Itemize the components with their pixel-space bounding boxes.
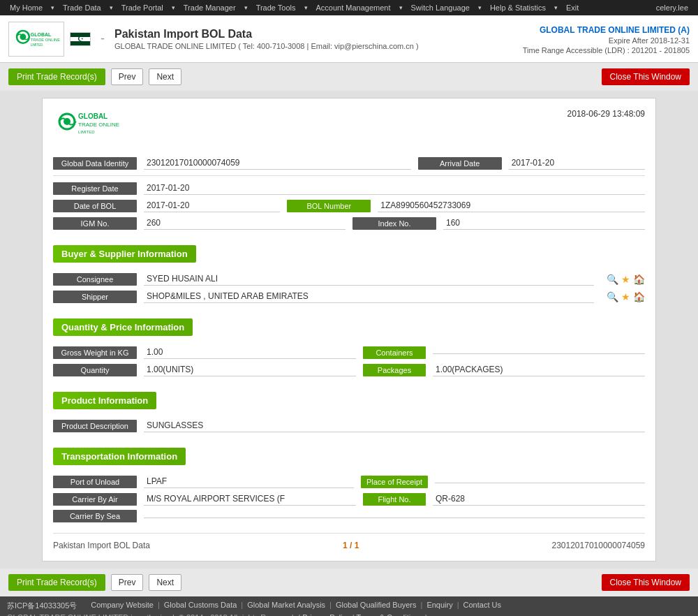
nav-helpstats[interactable]: Help & Statistics	[486, 0, 550, 15]
shipper-label: Shipper	[53, 291, 137, 303]
consignee-label: Consignee	[53, 273, 137, 286]
svg-text:GLOBAL: GLOBAL	[31, 31, 52, 36]
nav-exit[interactable]: Exit	[562, 0, 583, 15]
carrier-air-label: Carrier By Air	[53, 493, 137, 506]
global-data-identity-row: Global Data Identity 2301201701000007405…	[53, 156, 645, 170]
shipper-star-icon[interactable]: ★	[621, 291, 630, 302]
record-logo: GLOBAL TRADE ONLINE LIMITED	[53, 109, 137, 146]
footer-enquiry[interactable]: Enquiry	[426, 601, 452, 611]
print-button-bottom[interactable]: Print Trade Record(s)	[8, 574, 105, 591]
consignee-row: Consignee SYED HUSAIN ALI 🔍 ★ 🏠	[53, 272, 645, 286]
header-title-area: Pakistan Import BOL Data GLOBAL TRADE ON…	[114, 28, 419, 50]
index-value: 160	[443, 217, 645, 230]
register-date-row: Register Date 2017-01-20	[53, 182, 645, 195]
record-date: 2018-06-29 13:48:09	[567, 109, 645, 119]
footer-global-qualified[interactable]: Global Qualified Buyers	[336, 601, 417, 611]
copyright-text: GLOBAL TRADE ONLINE LIMITED is authorize…	[7, 613, 295, 616]
shipper-search-icon[interactable]: 🔍	[607, 291, 618, 302]
consignee-value: SYED HUSAIN ALI	[144, 272, 594, 286]
product-desc-value: SUNGLASSES	[144, 419, 645, 432]
index-label: Index No.	[352, 217, 436, 230]
packages-value: 1.00(PACKAGES)	[433, 363, 645, 376]
nav-tradetools[interactable]: Trade Tools	[252, 0, 300, 15]
consignee-star-icon[interactable]: ★	[621, 274, 630, 285]
shipper-home-icon[interactable]: 🏠	[633, 291, 645, 302]
header-subtitle: GLOBAL TRADE ONLINE LIMITED ( Tel: 400-7…	[114, 42, 419, 50]
main-content: GLOBAL TRADE ONLINE LIMITED 2018-06-29 1…	[0, 91, 698, 569]
register-date-label: Register Date	[53, 182, 137, 195]
nav-myhome[interactable]: My Home	[6, 0, 47, 15]
global-data-identity-label: Global Data Identity	[53, 157, 137, 170]
date-of-bol-label: Date of BOL	[53, 200, 137, 212]
consignee-search-icon[interactable]: 🔍	[607, 274, 618, 285]
quantity-value: 1.00(UNITS)	[144, 363, 356, 376]
igm-value: 260	[144, 217, 346, 230]
quantity-row: Quantity 1.00(UNITS) Packages 1.00(PACKA…	[53, 363, 645, 376]
privacy-policy-link[interactable]: Privacy Policy	[302, 613, 350, 616]
nav-tradedata[interactable]: Trade Data	[59, 0, 105, 15]
bol-number-label: BOL Number	[287, 200, 371, 212]
shipper-actions: 🔍 ★ 🏠	[607, 291, 645, 302]
username: celery.lee	[652, 0, 692, 15]
gross-weight-label: Gross Weight in KG	[53, 346, 137, 359]
expire-date: Expire After 2018-12-31	[523, 36, 690, 45]
carrier-air-value: M/S ROYAL AIRPORT SERVICES (F	[144, 492, 356, 506]
company-logo: GLOBAL TRADE ONLINE LIMITED	[8, 22, 64, 57]
title-dash: -	[101, 31, 105, 46]
svg-text:GLOBAL: GLOBAL	[78, 112, 107, 120]
carrier-air-row: Carrier By Air M/S ROYAL AIRPORT SERVICE…	[53, 492, 645, 506]
containers-label: Containers	[363, 346, 426, 359]
consignee-actions: 🔍 ★ 🏠	[607, 274, 645, 285]
nav-trademanager[interactable]: Trade Manager	[179, 0, 240, 15]
next-button-bottom[interactable]: Next	[149, 574, 181, 591]
global-data-identity-value: 23012017010000074059	[144, 156, 411, 170]
prev-button-bottom[interactable]: Prev	[111, 574, 144, 591]
print-button-top[interactable]: Print Trade Record(s)	[8, 68, 105, 85]
arrival-date-label: Arrival Date	[418, 157, 502, 170]
footer-bottom: GLOBAL TRADE ONLINE LIMITED is authorize…	[7, 613, 691, 616]
carrier-sea-label: Carrier By Sea	[53, 510, 137, 522]
company-name-link[interactable]: GLOBAL TRADE ONLINE LIMITED (A)	[523, 25, 690, 35]
site-footer: 苏ICP备14033305号 Company Website | Global …	[0, 596, 698, 616]
port-of-unload-label: Port of Unload	[53, 476, 137, 488]
footer-page-info: 1 / 1	[343, 541, 359, 550]
igm-label: IGM No.	[53, 217, 137, 230]
svg-text:TRADE ONLINE: TRADE ONLINE	[78, 122, 119, 128]
carrier-sea-row: Carrier By Sea	[53, 510, 645, 522]
svg-text:LIMITED: LIMITED	[31, 43, 43, 46]
conditions-link[interactable]: Terms & Conditions	[357, 613, 423, 616]
svg-text:LIMITED: LIMITED	[78, 130, 95, 134]
flight-no-label: Flight No.	[363, 493, 426, 506]
nav-tradeportal[interactable]: Trade Portal	[117, 0, 168, 15]
product-desc-label: Product Description	[53, 420, 137, 432]
port-unload-row: Port of Unload LPAF Place of Receipt	[53, 475, 645, 488]
close-button-top[interactable]: Close This Window	[602, 68, 690, 85]
footer-links: Company Website | Global Customs Data | …	[91, 601, 501, 611]
bol-row: Date of BOL 2017-01-20 BOL Number 1ZA899…	[53, 199, 645, 212]
close-button-bottom[interactable]: Close This Window	[602, 574, 690, 591]
transport-section-header: Transportation Information	[53, 448, 186, 465]
consignee-home-icon[interactable]: 🏠	[633, 274, 645, 285]
product-desc-row: Product Description SUNGLASSES	[53, 419, 645, 432]
nav-switchlang[interactable]: Switch Language	[407, 0, 474, 15]
next-button-top[interactable]: Next	[149, 68, 181, 85]
bol-number-value: 1ZA8990560452733069	[378, 199, 645, 212]
logo-area: GLOBAL TRADE ONLINE LIMITED ☪ - Pakistan…	[8, 22, 419, 57]
record-card: GLOBAL TRADE ONLINE LIMITED 2018-06-29 1…	[42, 98, 656, 562]
footer-record-type: Pakistan Import BOL Data	[53, 541, 150, 550]
footer-global-market[interactable]: Global Market Analysis	[247, 601, 325, 611]
record-footer: Pakistan Import BOL Data 1 / 1 230120170…	[53, 533, 645, 550]
shipper-row: Shipper SHOP&MILES , UNITED ARAB EMIRATE…	[53, 290, 645, 303]
footer-contact-us[interactable]: Contact Us	[463, 601, 501, 611]
top-navigation: My Home ▾ Trade Data ▾ Trade Portal ▾ Tr…	[0, 0, 698, 15]
nav-accountmgmt[interactable]: Account Management	[312, 0, 395, 15]
arrival-date-value: 2017-01-20	[509, 156, 645, 170]
ldr-range: Time Range Accessible (LDR) : 201201 - 2…	[523, 46, 690, 54]
register-date-value: 2017-01-20	[144, 182, 645, 195]
prev-button-top[interactable]: Prev	[111, 68, 144, 85]
country-flag: ☪	[70, 32, 91, 46]
header-bar: GLOBAL TRADE ONLINE LIMITED ☪ - Pakistan…	[0, 15, 698, 63]
footer-company-website[interactable]: Company Website	[91, 601, 154, 611]
svg-text:TRADE ONLINE: TRADE ONLINE	[31, 38, 60, 42]
footer-global-customs[interactable]: Global Customs Data	[164, 601, 237, 611]
